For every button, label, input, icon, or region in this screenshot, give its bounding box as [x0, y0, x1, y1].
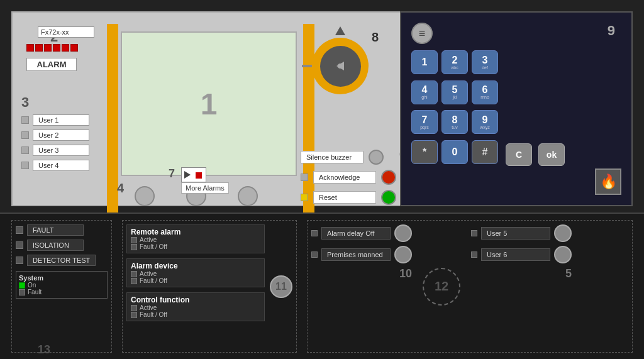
- fault-label: FAULT: [27, 224, 84, 236]
- soft-button-1[interactable]: [135, 186, 155, 206]
- silence-label[interactable]: Silence buzzer: [301, 151, 364, 163]
- control-function-fault-row: Fault / Off: [131, 311, 260, 318]
- keypad-bottom-btns: C ok: [506, 143, 565, 166]
- user-item-4: User 4: [21, 160, 89, 171]
- user-item-2: User 2: [21, 130, 89, 141]
- user-item-3: User 3: [21, 145, 89, 156]
- control-function-active-label: Active: [140, 304, 157, 311]
- premises-row: Premises manned: [311, 246, 412, 263]
- system-title: System: [19, 274, 104, 282]
- detector-led: [16, 257, 23, 264]
- reset-label[interactable]: Reset: [313, 191, 376, 204]
- reset-button[interactable]: [381, 190, 396, 205]
- control-function-title: Control function: [131, 295, 260, 304]
- key-1[interactable]: 1: [411, 50, 438, 74]
- silence-button[interactable]: [369, 150, 384, 165]
- alarm-delay-column: Alarm delay Off Premises manned 10: [311, 224, 412, 348]
- section-11-area: 11: [270, 224, 292, 348]
- section-7-label: 7: [169, 167, 175, 180]
- user5-button[interactable]: [554, 224, 572, 242]
- c-button[interactable]: C: [506, 143, 532, 166]
- alarm-delay-button[interactable]: [394, 224, 412, 242]
- bottom-right-panel: Alarm delay Off Premises manned 10 12 Us…: [307, 220, 633, 353]
- keypad-grid: 1 2 abc 3 def 4 ghi 5 jkl: [411, 50, 498, 166]
- section-3-label: 3: [21, 94, 89, 111]
- dial-area: 8: [302, 38, 369, 94]
- user5-led: [471, 230, 477, 236]
- control-function-active-row: Active: [131, 304, 260, 311]
- ok-button[interactable]: ok: [538, 143, 565, 166]
- users-bottom-column: User 5 User 6 5: [471, 224, 572, 348]
- soft-button-3[interactable]: [238, 186, 258, 206]
- acknowledge-label[interactable]: Acknowledge: [313, 171, 376, 184]
- key-0[interactable]: 0: [441, 140, 468, 164]
- menu-icon: ≡: [419, 28, 426, 39]
- alarm-device-fault-row: Fault / Off: [131, 277, 260, 284]
- silence-row: Silence buzzer: [301, 150, 396, 165]
- control-function-fault-led: [131, 312, 137, 318]
- alarm-device-fault-label: Fault / Off: [140, 277, 167, 284]
- device-label-input[interactable]: [38, 26, 94, 38]
- user6-button[interactable]: [554, 246, 572, 263]
- detector-row: DETECTOR TEST: [16, 255, 108, 266]
- user-4-led: [21, 162, 29, 169]
- section-12-area: 12: [419, 224, 464, 348]
- reset-led: [301, 194, 308, 201]
- premises-button[interactable]: [394, 246, 412, 263]
- alarm-dot-5: [62, 44, 69, 52]
- alarm-dot-3: [44, 44, 52, 52]
- system-fault-label: Fault: [28, 289, 42, 295]
- key-star[interactable]: *: [411, 140, 438, 164]
- section-12-circle: 12: [423, 268, 460, 306]
- system-on-led: [19, 282, 25, 289]
- bc-groups: Remote alarm Active Fault / Off Alarm de…: [126, 224, 265, 348]
- alarm-device-active-row: Active: [131, 270, 260, 277]
- user6-label: User 6: [481, 248, 550, 261]
- key-5[interactable]: 5 jkl: [441, 80, 468, 104]
- alarm-dot-4: [53, 44, 60, 52]
- system-group: System On Fault: [16, 271, 108, 299]
- remote-alarm-active-led: [131, 237, 137, 243]
- alarm-dots-row: [26, 44, 78, 52]
- dial-inner[interactable]: [320, 46, 361, 87]
- premises-led: [311, 251, 318, 258]
- key-6[interactable]: 6 mno: [472, 80, 498, 104]
- control-function-active-led: [131, 305, 137, 311]
- reset-row: Reset: [301, 190, 396, 205]
- more-alarms-label[interactable]: More Alarms: [181, 182, 229, 194]
- user-2-box: User 2: [33, 130, 89, 141]
- fire-icon-button[interactable]: 🔥: [595, 168, 621, 195]
- device-label-row: [38, 26, 94, 38]
- key-4[interactable]: 4 ghi: [411, 80, 438, 104]
- alarm-device-red-led: [196, 172, 202, 179]
- isolation-row: ISOLATION: [16, 240, 108, 251]
- keypad-menu-button[interactable]: ≡: [411, 23, 433, 44]
- bottom-panel: FAULT ISOLATION DETECTOR TEST System On …: [0, 213, 644, 359]
- key-9[interactable]: 9 wxyz: [472, 110, 498, 134]
- dial-outer[interactable]: [312, 38, 369, 94]
- dial-arrow-up: [335, 26, 345, 35]
- remote-alarm-title: Remote alarm: [131, 228, 260, 236]
- user6-row: User 6: [471, 246, 572, 263]
- keypad-area: ≡ 9 1 2 abc 3 def 4 ghi: [400, 11, 633, 206]
- alarm-dot-6: [70, 44, 78, 52]
- isolation-label: ISOLATION: [27, 240, 84, 251]
- acknowledge-button[interactable]: [381, 170, 396, 185]
- key-8[interactable]: 8 tuv: [441, 110, 468, 134]
- remote-alarm-group: Remote alarm Active Fault / Off: [126, 224, 265, 253]
- key-7[interactable]: 7 pqrs: [411, 110, 438, 134]
- section-9-label: 9: [608, 23, 615, 39]
- user-3-led: [21, 146, 29, 154]
- key-hash[interactable]: #: [472, 140, 498, 164]
- remote-alarm-fault-label: Fault / Off: [140, 243, 167, 250]
- system-fault-row: Fault: [19, 289, 104, 295]
- remote-alarm-active-row: Active: [131, 236, 260, 243]
- key-3[interactable]: 3 def: [472, 50, 498, 74]
- remote-alarm-fault-row: Fault / Off: [131, 243, 260, 250]
- system-on-label: On: [28, 282, 36, 289]
- alarm-device-active-led: [131, 271, 137, 277]
- premises-label: Premises manned: [321, 248, 391, 261]
- fault-row: FAULT: [16, 224, 108, 236]
- section-11-circle[interactable]: 11: [270, 275, 292, 298]
- key-2[interactable]: 2 abc: [441, 50, 468, 74]
